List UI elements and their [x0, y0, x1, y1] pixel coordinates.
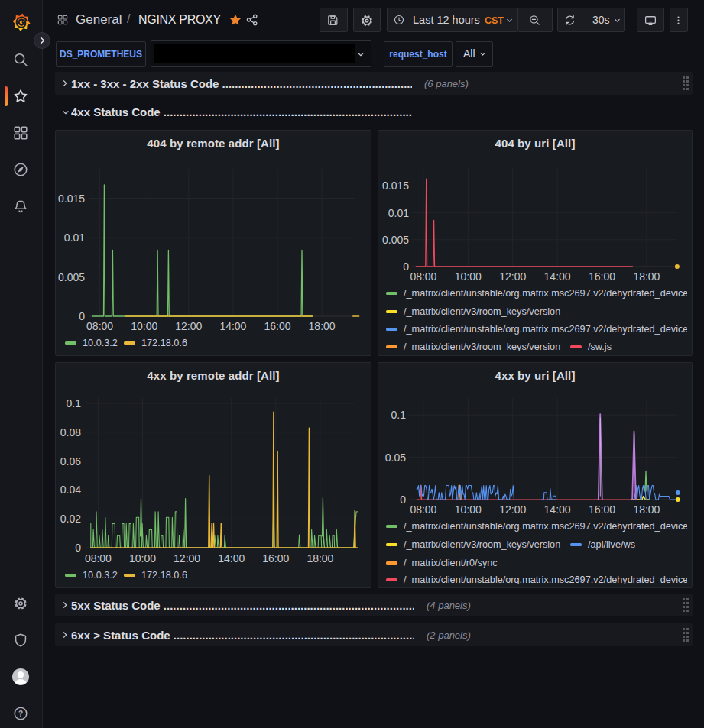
svg-text:0.015: 0.015	[58, 193, 85, 205]
svg-text:08:00: 08:00	[85, 552, 112, 565]
svg-text:18:00: 18:00	[309, 320, 336, 332]
svg-text:0: 0	[403, 260, 409, 273]
svg-text:08:00: 08:00	[86, 320, 113, 332]
svg-text:10:00: 10:00	[455, 503, 482, 516]
svg-text:18:00: 18:00	[633, 270, 660, 283]
svg-text:10:00: 10:00	[129, 552, 156, 565]
svg-text:0.1: 0.1	[391, 409, 407, 421]
svg-text:12:00: 12:00	[499, 270, 526, 283]
svg-text:14:00: 14:00	[544, 270, 571, 283]
svg-text:0.02: 0.02	[60, 513, 81, 525]
svg-text:14:00: 14:00	[544, 503, 571, 516]
svg-text:18:00: 18:00	[307, 552, 333, 565]
svg-text:0: 0	[400, 493, 406, 506]
svg-text:0.015: 0.015	[382, 180, 409, 192]
svg-text:0.005: 0.005	[382, 234, 409, 246]
svg-text:0.1: 0.1	[67, 397, 82, 409]
svg-text:10:00: 10:00	[131, 320, 157, 332]
svg-text:14:00: 14:00	[218, 552, 245, 565]
svg-text:0.005: 0.005	[58, 271, 85, 283]
svg-text:08:00: 08:00	[410, 270, 436, 283]
svg-text:16:00: 16:00	[264, 320, 290, 332]
svg-text:0.05: 0.05	[385, 451, 406, 464]
svg-text:?: ?	[18, 710, 23, 718]
svg-text:0.04: 0.04	[60, 484, 81, 496]
svg-text:12:00: 12:00	[174, 552, 200, 565]
svg-text:18:00: 18:00	[633, 503, 660, 516]
svg-text:0.01: 0.01	[388, 207, 409, 219]
svg-text:0.08: 0.08	[60, 426, 81, 438]
svg-text:08:00: 08:00	[410, 503, 436, 516]
svg-text:12:00: 12:00	[175, 320, 202, 332]
svg-text:0: 0	[75, 542, 81, 554]
svg-text:10:00: 10:00	[455, 270, 482, 283]
svg-text:16:00: 16:00	[589, 270, 615, 283]
svg-text:0.01: 0.01	[64, 231, 85, 244]
svg-text:0: 0	[79, 310, 85, 322]
svg-text:16:00: 16:00	[262, 552, 289, 565]
svg-text:0.06: 0.06	[60, 455, 81, 468]
svg-text:12:00: 12:00	[499, 503, 526, 516]
svg-text:14:00: 14:00	[219, 320, 246, 332]
svg-text:16:00: 16:00	[589, 503, 615, 516]
